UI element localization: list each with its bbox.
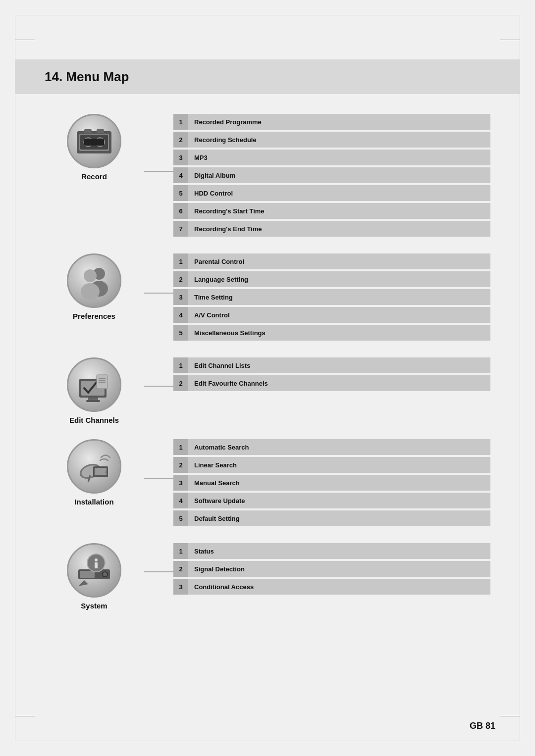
item-number: 5 xyxy=(173,325,188,341)
item-label: Edit Channel Lists xyxy=(188,357,490,373)
menu-items-system: 1 Status 2 Signal Detection 3 Conditiona… xyxy=(173,543,490,597)
item-number: 1 xyxy=(173,253,188,269)
editchannels-label: Edit Channels xyxy=(69,416,119,424)
system-icon xyxy=(67,543,121,598)
list-item: 5 Miscellaneous Settings xyxy=(173,325,490,341)
item-label: Recording Schedule xyxy=(188,132,490,148)
installation-icon xyxy=(67,439,121,494)
list-item: 2 Edit Favourite Channels xyxy=(173,375,490,391)
icon-label-installation: Installation xyxy=(45,439,144,506)
preferences-label: Preferences xyxy=(73,312,115,320)
bottom-line-right xyxy=(500,716,520,716)
svg-rect-9 xyxy=(97,129,104,133)
page-title: 14. Menu Map xyxy=(45,69,129,85)
record-label: Record xyxy=(81,172,107,181)
item-label: Parental Control xyxy=(188,253,490,269)
section-system: System 1 Status 2 Signal Detection 3 Con… xyxy=(45,543,490,610)
item-number: 2 xyxy=(173,375,188,391)
item-number: 2 xyxy=(173,132,188,148)
page-footer: GB 81 xyxy=(470,721,495,731)
item-number: 1 xyxy=(173,114,188,130)
list-item: 1 Automatic Search xyxy=(173,439,490,455)
item-label: Automatic Search xyxy=(188,439,490,455)
connector-system xyxy=(144,571,173,572)
item-number: 2 xyxy=(173,271,188,287)
list-item: 3 Conditional Access xyxy=(173,579,490,595)
item-label: Software Update xyxy=(188,493,490,508)
list-item: 2 Signal Detection xyxy=(173,561,490,577)
item-label: Linear Search xyxy=(188,457,490,473)
item-number: 4 xyxy=(173,493,188,508)
icon-label-editchannels: Edit Channels xyxy=(45,357,144,424)
item-label: Edit Favourite Channels xyxy=(188,375,490,391)
list-item: 2 Recording Schedule xyxy=(173,132,490,148)
item-number: 3 xyxy=(173,475,188,491)
item-number: 7 xyxy=(173,221,188,237)
item-number: 5 xyxy=(173,510,188,526)
svg-point-27 xyxy=(105,471,107,473)
icon-label-preferences: Preferences xyxy=(45,253,144,320)
menu-items-editchannels: 1 Edit Channel Lists 2 Edit Favourite Ch… xyxy=(173,357,490,393)
list-item: 3 Manual Search xyxy=(173,475,490,491)
list-item: 2 Linear Search xyxy=(173,457,490,473)
icon-label-system: System xyxy=(45,543,144,610)
svg-rect-29 xyxy=(80,571,95,578)
record-icon xyxy=(67,114,121,168)
item-label: Recording's Start Time xyxy=(188,203,490,219)
section-installation: Installation 1 Automatic Search 2 Linear… xyxy=(45,439,490,528)
svg-rect-16 xyxy=(88,398,98,400)
item-number: 1 xyxy=(173,543,188,559)
section-editchannels: Edit Channels 1 Edit Channel Lists 2 Edi… xyxy=(45,357,490,424)
item-label: A/V Control xyxy=(188,307,490,323)
svg-rect-17 xyxy=(86,400,100,402)
item-label: Language Setting xyxy=(188,271,490,287)
connector-editchannels xyxy=(144,386,173,387)
menu-items-preferences: 1 Parental Control 2 Language Setting 3 … xyxy=(173,253,490,343)
item-number: 6 xyxy=(173,203,188,219)
item-label: HDD Control xyxy=(188,185,490,201)
svg-point-31 xyxy=(103,572,107,576)
item-label: Manual Search xyxy=(188,475,490,491)
item-number: 3 xyxy=(173,289,188,305)
svg-marker-35 xyxy=(78,580,88,586)
item-number: 4 xyxy=(173,167,188,183)
section-preferences: Preferences 1 Parental Control 2 Languag… xyxy=(45,253,490,343)
list-item: 4 Digital Album xyxy=(173,167,490,183)
item-number: 1 xyxy=(173,439,188,455)
menu-items-installation: 1 Automatic Search 2 Linear Search 3 Man… xyxy=(173,439,490,528)
item-label: Time Setting xyxy=(188,289,490,305)
svg-rect-7 xyxy=(84,139,104,146)
section-record: Record 1 Recorded Programme 2 Recording … xyxy=(45,114,490,239)
connector-preferences xyxy=(144,293,173,294)
header-bar: 14. Menu Map xyxy=(15,59,520,94)
item-number: 4 xyxy=(173,307,188,323)
list-item: 4 A/V Control xyxy=(173,307,490,323)
system-label: System xyxy=(81,602,107,610)
item-number: 2 xyxy=(173,561,188,577)
list-item: 6 Recording's Start Time xyxy=(173,203,490,219)
item-label: Status xyxy=(188,543,490,559)
content-area: Record 1 Recorded Programme 2 Recording … xyxy=(15,104,520,635)
list-item: 5 Default Setting xyxy=(173,510,490,526)
connector-installation xyxy=(144,478,173,479)
list-item: 1 Edit Channel Lists xyxy=(173,357,490,373)
list-item: 1 Parental Control xyxy=(173,253,490,269)
item-label: Default Setting xyxy=(188,510,490,526)
item-number: 1 xyxy=(173,357,188,373)
list-item: 3 Time Setting xyxy=(173,289,490,305)
svg-rect-18 xyxy=(97,375,107,389)
icon-label-record: Record xyxy=(45,114,144,181)
item-label: Recording's End Time xyxy=(188,221,490,237)
top-line-right xyxy=(500,40,520,40)
menu-items-record: 1 Recorded Programme 2 Recording Schedul… xyxy=(173,114,490,239)
top-line-left xyxy=(15,40,35,40)
item-label: Digital Album xyxy=(188,167,490,183)
editchannels-icon xyxy=(67,357,121,412)
item-number: 3 xyxy=(173,579,188,595)
item-number: 2 xyxy=(173,457,188,473)
list-item: 1 Recorded Programme xyxy=(173,114,490,130)
list-item: 2 Language Setting xyxy=(173,271,490,287)
item-label: Conditional Access xyxy=(188,579,490,595)
connector-record xyxy=(144,171,173,172)
list-item: 3 MP3 xyxy=(173,150,490,165)
